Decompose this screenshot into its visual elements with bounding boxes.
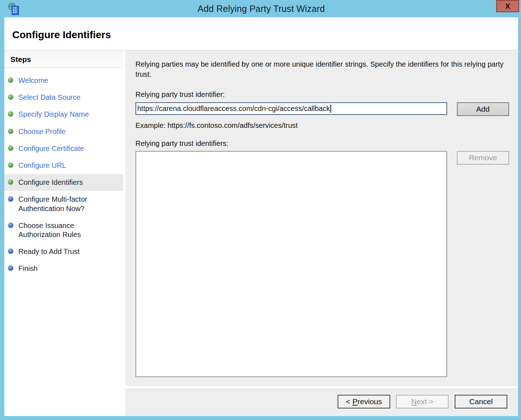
- previous-button[interactable]: < Previous: [338, 395, 390, 408]
- step-specify-display-name[interactable]: Specify Display Name: [4, 106, 123, 123]
- step-status-icon: [8, 94, 13, 100]
- text-caret: [330, 105, 331, 113]
- step-choose-issuance-rules: Choose Issuance Authorization Rules: [4, 217, 123, 243]
- title-bar: Add Relying Party Trust Wizard X: [4, 0, 518, 17]
- identifier-input-value: https://carena.cloudflareaccess.com/cdn-…: [137, 104, 330, 113]
- identifiers-list-label: Relying party trust identifiers:: [135, 139, 509, 148]
- step-status-icon: [8, 111, 13, 117]
- steps-list: Welcome Select Data Source Specify Displ…: [4, 72, 123, 277]
- identifier-field-label: Relying party trust identifier:: [135, 90, 509, 99]
- next-button: Next >: [396, 395, 449, 408]
- steps-sidebar: Steps Welcome Select Data Source Specify…: [4, 50, 123, 416]
- identifiers-listbox[interactable]: [135, 151, 447, 377]
- step-status-icon: [8, 179, 13, 185]
- step-configure-mfa: Configure Multi-factor Authentication No…: [4, 191, 123, 217]
- identifier-input[interactable]: https://carena.cloudflareaccess.com/cdn-…: [135, 102, 447, 115]
- step-finish: Finish: [4, 260, 123, 277]
- close-icon: X: [505, 2, 510, 10]
- close-button[interactable]: X: [496, 0, 519, 12]
- example-text: Example: https://fs.contoso.com/adfs/ser…: [135, 121, 509, 130]
- page-header: Configure Identifiers: [4, 20, 518, 50]
- content-pane: Relying parties may be identified by one…: [125, 50, 518, 386]
- step-configure-certificate[interactable]: Configure Certificate: [4, 140, 123, 157]
- step-status-icon: [8, 223, 13, 228]
- step-choose-profile[interactable]: Choose Profile: [4, 123, 123, 140]
- window-title: Add Relying Party Trust Wizard: [4, 0, 518, 17]
- step-status-icon: [8, 129, 13, 134]
- wizard-window: Add Relying Party Trust Wizard X Configu…: [0, 0, 521, 420]
- page-title: Configure Identifiers: [4, 21, 518, 41]
- step-select-data-source[interactable]: Select Data Source: [4, 89, 123, 106]
- step-status-icon: [8, 146, 13, 151]
- intro-text: Relying parties may be identified by one…: [135, 59, 505, 79]
- step-status-icon: [8, 77, 13, 83]
- step-configure-url[interactable]: Configure URL: [4, 157, 123, 174]
- wizard-button-bar: < Previous Next > Cancel: [125, 388, 518, 416]
- cancel-button[interactable]: Cancel: [455, 395, 507, 408]
- step-status-icon: [8, 196, 13, 202]
- step-welcome[interactable]: Welcome: [4, 72, 123, 89]
- window-body: Configure Identifiers Steps Welcome Sele…: [4, 17, 518, 416]
- step-ready-to-add-trust: Ready to Add Trust: [4, 243, 123, 260]
- step-status-icon: [8, 265, 13, 271]
- add-button[interactable]: Add: [457, 102, 509, 116]
- step-status-icon: [8, 249, 13, 254]
- remove-button: Remove: [457, 151, 509, 165]
- step-status-icon: [8, 162, 13, 168]
- step-configure-identifiers[interactable]: Configure Identifiers: [4, 174, 123, 191]
- steps-heading: Steps: [4, 50, 123, 68]
